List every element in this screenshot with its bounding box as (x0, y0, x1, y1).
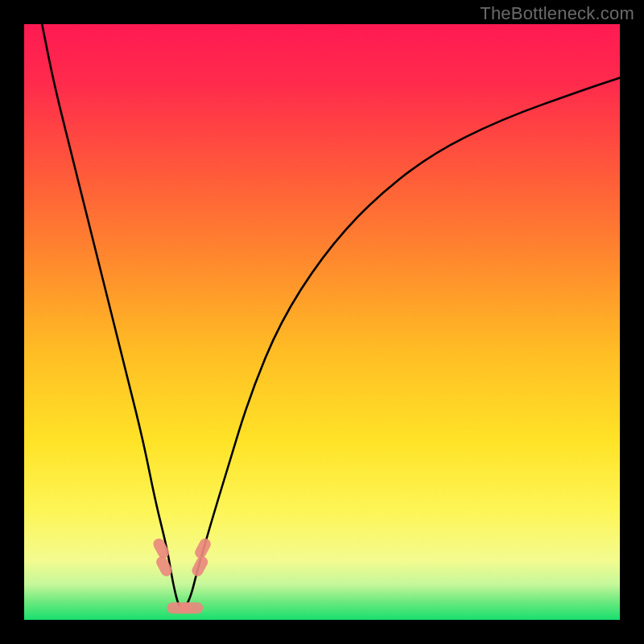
marker-valley-floor (179, 602, 203, 613)
marker-right-cluster (193, 536, 213, 560)
watermark-text: TheBottleneck.com (480, 3, 634, 24)
plot-area (24, 24, 620, 620)
curve-markers (151, 536, 213, 613)
outer-frame: TheBottleneck.com (0, 0, 644, 644)
curve-layer (24, 24, 620, 620)
bottleneck-curve (42, 24, 620, 608)
